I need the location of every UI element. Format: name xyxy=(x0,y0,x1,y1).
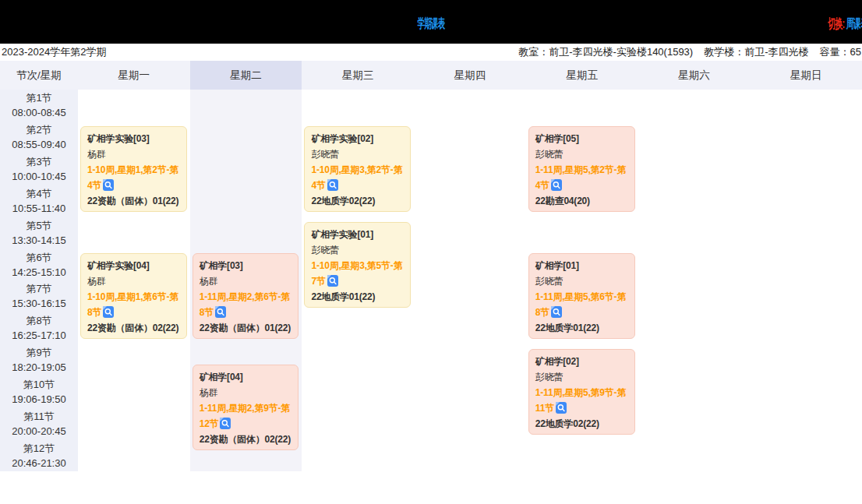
course-class: 22资勘（固体）02(22) xyxy=(200,432,292,447)
subtitle-bar: 2023-2024学年第2学期 教室：前卫-李四光楼-实验楼140(1593)教… xyxy=(0,44,862,61)
course-schedule-text: 1-11周,星期2,第6节-第8节 xyxy=(200,291,290,318)
course-teacher: 彭晓蕾 xyxy=(535,273,628,289)
course-class: 22地质学01(22) xyxy=(535,320,628,336)
time-column: 第1节08:00-08:45第2节08:55-09:40第3节10:00-10:… xyxy=(0,90,78,471)
course-teacher: 彭晓蕾 xyxy=(535,369,628,385)
course-schedule-text: 1-11周,星期2,第9节-第12节 xyxy=(200,403,290,429)
period-label: 第9节 xyxy=(26,345,51,360)
day-header-3: 星期三 xyxy=(302,61,414,90)
course-class: 22资勘（固体）01(22) xyxy=(200,320,292,336)
period-time: 10:55-11:40 xyxy=(12,201,65,216)
course-schedule: 1-11周,星期2,第6节-第8节 xyxy=(200,289,292,320)
course-schedule: 1-10周,星期3,第5节-第7节 xyxy=(311,258,404,289)
period-row-1: 第1节08:00-08:45 xyxy=(0,90,78,122)
day-header-2: 星期二 xyxy=(190,61,302,90)
course-class: 22地质学02(22) xyxy=(311,193,404,209)
day-header-1: 星期一 xyxy=(78,61,190,90)
course-schedule-text: 1-10周,星期3,第5节-第7节 xyxy=(311,260,402,287)
day-header-6: 星期六 xyxy=(638,61,751,90)
magnifier-icon[interactable] xyxy=(556,402,567,414)
period-row-5: 第5节13:30-14:15 xyxy=(0,217,78,248)
day-header-4: 星期四 xyxy=(414,61,526,90)
period-row-4: 第4节10:55-11:40 xyxy=(0,185,78,217)
course-card[interactable]: 矿相学实验[04]杨群1-10周,星期1,第6节-第8节22资勘（固体）02(2… xyxy=(80,253,187,339)
classroom-value: 前卫-李四光楼-实验楼140(1593) xyxy=(549,46,693,58)
period-row-12: 第12节20:46-21:30 xyxy=(0,439,78,471)
course-schedule: 1-11周,星期5,第2节-第4节 xyxy=(535,162,628,193)
course-schedule: 1-11周,星期5,第9节-第11节 xyxy=(535,385,628,416)
course-title: 矿相学实验[02] xyxy=(311,131,404,146)
course-card[interactable]: 矿相学实验[03]杨群1-10周,星期1,第2节-第4节22资勘（固体）01(2… xyxy=(80,126,187,212)
period-time: 16:25-17:10 xyxy=(12,328,65,343)
magnifier-icon[interactable] xyxy=(327,275,338,287)
view-switch: 切换:周课表 xyxy=(828,15,862,33)
course-card[interactable]: 矿相学实验[01]彭晓蕾1-10周,星期3,第5节-第7节22地质学01(22) xyxy=(304,222,411,308)
course-title: 矿相学实验[04] xyxy=(87,258,180,273)
topbar: 学期课表 切换:周课表 xyxy=(0,0,862,44)
magnifier-icon[interactable] xyxy=(551,179,562,191)
course-card[interactable]: 矿相学[05]彭晓蕾1-11周,星期5,第2节-第4节22勘查04(20) xyxy=(528,126,635,212)
timetable-header: 节次/星期 星期一星期二星期三星期四星期五星期六星期日 xyxy=(0,61,862,90)
course-title: 矿相学[01] xyxy=(535,258,628,273)
switch-label: 切换: xyxy=(828,16,845,31)
course-schedule: 1-10周,星期1,第6节-第8节 xyxy=(87,289,180,320)
period-time: 15:30-16:15 xyxy=(12,296,65,311)
course-card[interactable]: 矿相学实验[02]彭晓蕾1-10周,星期3,第2节-第4节22地质学02(22) xyxy=(304,126,411,212)
period-time: 18:20-19:05 xyxy=(12,360,65,375)
period-row-10: 第10节19:06-19:50 xyxy=(0,375,78,407)
corner-header: 节次/星期 xyxy=(0,61,78,90)
period-time: 20:46-21:30 xyxy=(12,456,65,471)
period-time: 14:25-15:10 xyxy=(12,265,65,280)
course-teacher: 彭晓蕾 xyxy=(535,146,628,162)
course-schedule: 1-11周,星期5,第6节-第8节 xyxy=(535,289,628,320)
course-teacher: 杨群 xyxy=(200,385,292,400)
course-class: 22资勘（固体）01(22) xyxy=(87,193,180,209)
course-schedule-text: 1-10周,星期3,第2节-第4节 xyxy=(311,164,402,191)
capacity-value: 65 xyxy=(850,46,861,58)
course-teacher: 杨群 xyxy=(87,273,180,289)
period-time: 19:06-19:50 xyxy=(12,392,65,407)
course-card[interactable]: 矿相学[02]彭晓蕾1-11周,星期5,第9节-第11节22地质学02(22) xyxy=(528,349,635,435)
timetable-body: 第1节08:00-08:45第2节08:55-09:40第3节10:00-10:… xyxy=(0,90,862,471)
course-teacher: 彭晓蕾 xyxy=(311,242,404,258)
course-card[interactable]: 矿相学[01]彭晓蕾1-11周,星期5,第6节-第8节22地质学01(22) xyxy=(528,253,635,339)
course-card[interactable]: 矿相学[03]杨群1-11周,星期2,第6节-第8节22资勘（固体）01(22) xyxy=(193,253,299,339)
course-class: 22勘查04(20) xyxy=(535,193,628,209)
course-schedule: 1-10周,星期3,第2节-第4节 xyxy=(311,162,404,193)
period-label: 第12节 xyxy=(23,441,55,456)
magnifier-icon[interactable] xyxy=(220,418,231,429)
magnifier-icon[interactable] xyxy=(551,306,562,318)
period-label: 第6节 xyxy=(26,250,51,265)
magnifier-icon[interactable] xyxy=(103,179,114,191)
course-title: 矿相学[05] xyxy=(535,131,628,146)
day-header-7: 星期日 xyxy=(750,61,862,90)
magnifier-icon[interactable] xyxy=(327,179,338,191)
page-title: 学期课表 xyxy=(417,15,444,33)
period-label: 第8节 xyxy=(26,313,51,328)
period-row-8: 第8节16:25-17:10 xyxy=(0,312,78,344)
period-row-3: 第3节10:00-10:45 xyxy=(0,153,78,185)
course-title: 矿相学[02] xyxy=(535,354,628,369)
period-time: 08:55-09:40 xyxy=(12,137,65,152)
period-time: 08:00-08:45 xyxy=(12,105,65,120)
building-value: 前卫-李四光楼 xyxy=(744,46,808,58)
period-label: 第4节 xyxy=(26,186,51,201)
switch-to-week-view-link[interactable]: 周课表 xyxy=(846,16,862,31)
course-schedule-text: 1-11周,星期5,第6节-第8节 xyxy=(535,291,626,318)
capacity-label: 容量： xyxy=(820,46,850,58)
magnifier-icon[interactable] xyxy=(103,306,114,318)
period-row-2: 第2节08:55-09:40 xyxy=(0,122,78,153)
course-teacher: 杨群 xyxy=(87,146,180,162)
course-card[interactable]: 矿相学[04]杨群1-11周,星期2,第9节-第12节22资勘（固体）02(22… xyxy=(193,365,299,450)
classroom-label: 教室： xyxy=(518,46,549,58)
magnifier-icon[interactable] xyxy=(215,306,226,318)
course-title: 矿相学[03] xyxy=(200,258,292,273)
course-schedule: 1-10周,星期1,第2节-第4节 xyxy=(87,162,180,193)
period-label: 第5节 xyxy=(26,218,51,233)
period-row-9: 第9节18:20-19:05 xyxy=(0,344,78,376)
course-class: 22地质学02(22) xyxy=(535,416,628,432)
course-schedule-text: 1-10周,星期1,第2节-第4节 xyxy=(87,164,178,191)
period-label: 第11节 xyxy=(23,409,55,424)
course-teacher: 杨群 xyxy=(200,273,292,289)
course-schedule-text: 1-11周,星期5,第2节-第4节 xyxy=(535,164,626,191)
